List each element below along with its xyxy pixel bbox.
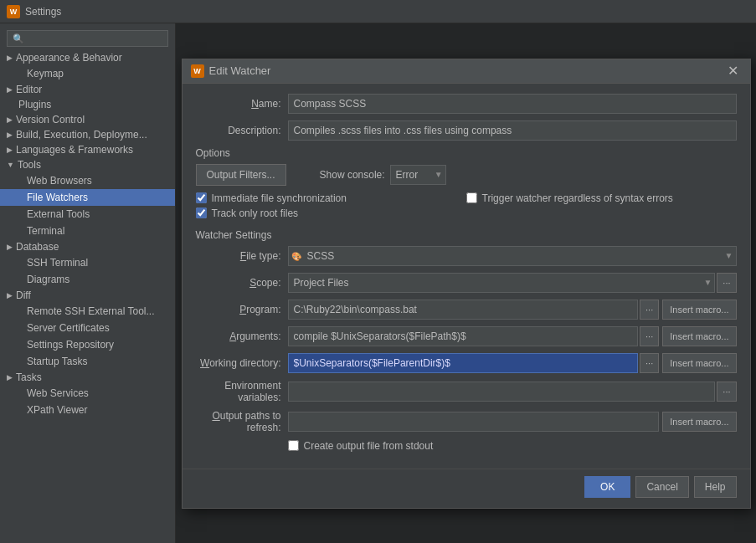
sidebar-item-server-certs[interactable]: Server Certificates: [0, 320, 175, 336]
show-console-select-wrapper: Error Always Never ▼: [390, 165, 446, 185]
file-type-label: File type:: [196, 250, 288, 262]
trigger-watcher-label: Trigger watcher regardless of syntax err…: [482, 192, 673, 204]
arrow-icon: ▶: [7, 85, 13, 94]
sidebar-item-label: Build, Execution, Deployme...: [16, 129, 147, 141]
create-output-label: Create output file from stdout: [304, 440, 434, 452]
dialog-backdrop: W Edit Watcher ✕ Name: Description:: [176, 23, 756, 543]
sidebar-item-xpath-viewer[interactable]: XPath Viewer: [0, 402, 175, 418]
create-output-checkbox[interactable]: [288, 440, 299, 451]
trigger-watcher-checkbox[interactable]: [466, 192, 477, 203]
filters-row: Output Filters... Show console: Error Al…: [196, 164, 737, 186]
sidebar-item-label: Server Certificates: [27, 322, 110, 334]
sidebar-item-web-services[interactable]: Web Services: [0, 385, 175, 402]
output-paths-input[interactable]: [288, 412, 660, 432]
sidebar-item-database[interactable]: ▶Database: [0, 239, 175, 254]
arrow-icon: ▶: [7, 54, 13, 62]
sidebar-item-label: Plugins: [18, 99, 51, 110]
sidebar-item-web-browsers[interactable]: Web Browsers: [0, 172, 175, 189]
output-paths-label: Output paths to refresh:: [196, 410, 288, 433]
env-vars-input-group: ···: [288, 382, 737, 402]
arguments-browse-button[interactable]: ···: [640, 326, 659, 346]
env-vars-row: Environment variables: ···: [196, 380, 737, 403]
sidebar-item-startup-tasks[interactable]: Startup Tasks: [0, 353, 175, 370]
sidebar-item-ssh-terminal[interactable]: SSH Terminal: [0, 254, 175, 271]
sidebar-item-version-control[interactable]: ▶Version Control: [0, 112, 175, 127]
sidebar-item-label: File Watchers: [27, 192, 88, 203]
help-button[interactable]: Help: [694, 476, 737, 498]
search-box[interactable]: [0, 27, 175, 50]
sidebar-item-terminal[interactable]: Terminal: [0, 223, 175, 239]
sidebar-item-label: Keymap: [27, 68, 64, 79]
description-input[interactable]: [288, 120, 737, 141]
name-input[interactable]: [288, 94, 737, 114]
file-type-input-group: SCSS 🎨 ▼: [288, 246, 737, 266]
file-type-select[interactable]: SCSS: [288, 246, 737, 266]
sidebar-item-diff[interactable]: ▶Diff: [0, 288, 175, 303]
sidebar-item-settings-repo[interactable]: Settings Repository: [0, 336, 175, 353]
sidebar-item-label: Version Control: [16, 114, 85, 126]
sidebar-item-appearance[interactable]: ▶Appearance & Behavior: [0, 50, 175, 65]
program-input-group: ··· Insert macro...: [288, 300, 737, 320]
sidebar-item-languages[interactable]: ▶Languages & Frameworks: [0, 142, 175, 157]
arrow-icon: ▶: [7, 373, 13, 382]
sidebar-item-file-watchers[interactable]: File Watchers: [0, 189, 175, 206]
immediate-sync-checkbox[interactable]: [196, 192, 207, 203]
show-console-select[interactable]: Error Always Never: [390, 165, 446, 185]
sidebar-item-tools[interactable]: ▼Tools: [0, 157, 175, 172]
arguments-input[interactable]: [288, 326, 639, 346]
program-insert-macro-button[interactable]: Insert macro...: [662, 300, 736, 320]
arrow-icon: ▶: [7, 291, 13, 300]
dialog-close-button[interactable]: ✕: [724, 64, 742, 78]
env-vars-input[interactable]: [288, 382, 716, 402]
program-browse-button[interactable]: ···: [640, 300, 659, 320]
search-input[interactable]: [7, 30, 168, 47]
scope-select[interactable]: Project Files: [288, 273, 716, 293]
sidebar-item-label: Startup Tasks: [27, 356, 87, 367]
name-label: Name:: [196, 98, 288, 110]
description-row: Description:: [196, 120, 737, 141]
working-dir-label: Working directory:: [196, 357, 288, 369]
scope-browse-button[interactable]: ···: [717, 273, 736, 293]
sidebar-item-tasks[interactable]: ▶Tasks: [0, 370, 175, 385]
sidebar-item-build[interactable]: ▶Build, Execution, Deployme...: [0, 127, 175, 142]
sidebar-item-label: Diagrams: [27, 274, 69, 285]
name-row: Name:: [196, 94, 737, 114]
dialog-body: Name: Description: Options Output Filter…: [183, 84, 750, 465]
title-bar: W Settings: [0, 0, 756, 23]
sidebar-item-label: Terminal: [27, 225, 64, 237]
sidebar-item-label: Appearance & Behavior: [16, 52, 122, 64]
program-input[interactable]: [288, 300, 639, 320]
immediate-sync-row: Immediate file synchronization: [196, 192, 466, 204]
env-vars-browse-button[interactable]: ···: [717, 382, 736, 402]
sidebar-item-plugins[interactable]: Plugins: [0, 97, 175, 112]
working-dir-input[interactable]: [288, 353, 639, 373]
env-vars-label: Environment variables:: [196, 380, 288, 403]
ok-button[interactable]: OK: [584, 476, 630, 498]
output-paths-insert-macro-button[interactable]: Insert macro...: [662, 412, 736, 432]
working-dir-insert-macro-button[interactable]: Insert macro...: [662, 353, 736, 373]
sidebar-item-editor[interactable]: ▶Editor: [0, 82, 175, 97]
cancel-button[interactable]: Cancel: [635, 476, 688, 498]
watcher-settings-section: Watcher Settings File type: SCSS 🎨: [196, 229, 737, 452]
title-bar-text: Settings: [25, 6, 61, 18]
options-section: Options Output Filters... Show console: …: [196, 147, 737, 223]
working-dir-browse-button[interactable]: ···: [640, 353, 659, 373]
dialog-footer: OK Cancel Help: [183, 469, 750, 508]
track-root-label: Track only root files: [212, 207, 299, 219]
output-filters-button[interactable]: Output Filters...: [196, 164, 286, 186]
arrow-icon: ▶: [7, 115, 13, 124]
sidebar: ▶Appearance & BehaviorKeymap▶EditorPlugi…: [0, 23, 176, 543]
file-type-select-wrapper: SCSS 🎨 ▼: [288, 246, 737, 266]
show-console-label: Show console:: [320, 169, 385, 181]
scope-select-wrapper: Project Files ▼: [288, 273, 716, 293]
sidebar-item-label: Web Services: [27, 387, 89, 399]
track-root-checkbox[interactable]: [196, 207, 207, 218]
sidebar-item-label: XPath Viewer: [27, 404, 88, 416]
trigger-watcher-row: Trigger watcher regardless of syntax err…: [466, 192, 737, 204]
sidebar-item-diagrams[interactable]: Diagrams: [0, 271, 175, 288]
sidebar-item-external-tools[interactable]: External Tools: [0, 206, 175, 223]
options-left: Immediate file synchronization Track onl…: [196, 192, 466, 223]
arguments-insert-macro-button[interactable]: Insert macro...: [662, 326, 736, 346]
sidebar-item-keymap[interactable]: Keymap: [0, 65, 175, 82]
sidebar-item-remote-ssh[interactable]: Remote SSH External Tool...: [0, 303, 175, 320]
